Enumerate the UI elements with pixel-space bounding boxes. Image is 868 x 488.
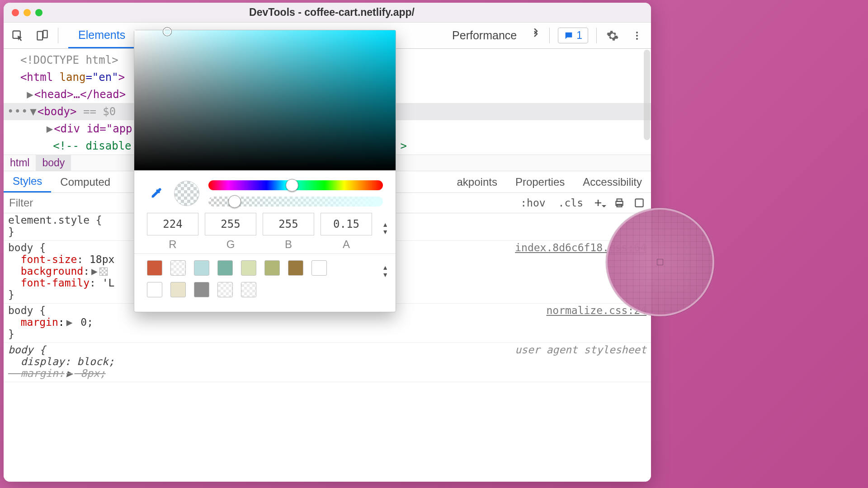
divider (549, 28, 550, 43)
rgba-inputs: R G B A ▲▼ (134, 211, 396, 253)
palette-swatch[interactable] (194, 260, 209, 276)
prop-background[interactable]: background (21, 265, 83, 277)
palette-swatch[interactable] (217, 282, 233, 297)
magnifier-crosshair-icon (657, 259, 663, 265)
g-label: G (205, 238, 256, 251)
prop-font-family[interactable]: font-family (21, 277, 90, 289)
palette-swatch[interactable] (241, 260, 256, 276)
alpha-slider[interactable] (208, 197, 383, 206)
subtab-styles[interactable]: Styles (4, 171, 51, 192)
b-label: B (263, 238, 314, 251)
svg-point-5 (636, 38, 638, 40)
new-style-rule-plus-icon[interactable] (590, 193, 609, 213)
palette-row (147, 260, 383, 276)
svg-rect-2 (43, 30, 47, 38)
palette-stepper-icon[interactable]: ▲▼ (382, 262, 388, 280)
g-input[interactable] (205, 213, 256, 235)
prop-margin[interactable]: margin (21, 316, 58, 328)
issues-badge[interactable]: 1 (558, 28, 588, 43)
palette-row (147, 282, 383, 297)
eyedropper-icon[interactable] (147, 184, 165, 202)
palette-swatch[interactable] (194, 282, 209, 297)
color-preview-circle (174, 181, 199, 206)
svg-rect-9 (635, 199, 643, 206)
window-title: DevTools - coffee-cart.netlify.app/ (21, 6, 643, 19)
palette-section: ▲▼ (134, 253, 396, 312)
hov-toggle[interactable]: :hov (514, 195, 552, 211)
body-rule-ua[interactable]: user agent stylesheet body { display: bl… (4, 343, 651, 382)
palette-swatch[interactable] (217, 260, 233, 276)
a-label: A (321, 238, 372, 251)
crumb-body[interactable]: body (36, 155, 71, 171)
eyedropper-magnifier[interactable] (606, 208, 714, 316)
palette-swatch[interactable] (147, 282, 162, 297)
inspect-element-icon[interactable] (6, 24, 29, 47)
palette-swatch[interactable] (241, 282, 256, 297)
device-toolbar-icon[interactable] (31, 24, 53, 47)
sv-cursor[interactable] (163, 28, 171, 36)
tab-elements[interactable]: Elements (68, 23, 135, 48)
svg-rect-7 (617, 199, 622, 201)
alpha-thumb[interactable] (228, 195, 241, 208)
subtab-computed[interactable]: Computed (51, 172, 119, 192)
saturation-value-panel[interactable] (134, 30, 396, 170)
divider (596, 28, 597, 43)
picker-controls (134, 170, 396, 211)
subtab-accessibility[interactable]: Accessibility (574, 172, 651, 192)
palette-swatch[interactable] (147, 260, 162, 276)
palette-swatch[interactable] (170, 260, 186, 276)
settings-gear-icon[interactable] (601, 24, 624, 47)
svg-point-3 (636, 32, 638, 33)
ua-stylesheet-label: user agent stylesheet (515, 344, 646, 356)
divider (58, 28, 58, 43)
palette-swatch[interactable] (288, 260, 303, 276)
prop-display[interactable]: display (21, 356, 65, 367)
cls-toggle[interactable]: .cls (552, 195, 590, 211)
issues-count: 1 (576, 29, 582, 42)
titlebar: DevTools - coffee-cart.netlify.app/ (4, 3, 651, 23)
hue-thumb[interactable] (286, 179, 298, 192)
palette-swatch[interactable] (170, 282, 186, 297)
tab-performance[interactable]: Performance (442, 23, 527, 48)
b-input[interactable] (263, 213, 314, 235)
format-stepper-icon[interactable]: ▲▼ (382, 219, 388, 237)
more-tabs-chevron-icon[interactable] (527, 23, 545, 45)
print-icon[interactable] (609, 193, 629, 213)
r-input[interactable] (147, 213, 198, 235)
prop-font-size[interactable]: font-size (21, 253, 77, 265)
devtools-window: DevTools - coffee-cart.netlify.app/ Elem… (4, 3, 651, 482)
palette-swatch[interactable] (264, 260, 280, 276)
close-window-button[interactable] (12, 9, 19, 16)
a-input[interactable] (321, 213, 372, 235)
svg-point-4 (636, 35, 638, 37)
kebab-menu-icon[interactable] (626, 24, 648, 47)
svg-rect-1 (38, 31, 43, 40)
color-swatch-icon[interactable] (99, 267, 108, 276)
crumb-html[interactable]: html (4, 155, 36, 171)
scrollbar[interactable] (644, 50, 650, 140)
subtab-properties[interactable]: Properties (506, 172, 574, 192)
color-picker-popover: R G B A ▲▼ ▲▼ (134, 30, 396, 312)
hue-slider[interactable] (208, 180, 383, 190)
palette-swatch[interactable] (311, 260, 327, 276)
r-label: R (147, 238, 198, 251)
prop-margin[interactable]: margin (21, 367, 58, 379)
subtab-breakpoints[interactable]: akpoints (457, 172, 506, 192)
